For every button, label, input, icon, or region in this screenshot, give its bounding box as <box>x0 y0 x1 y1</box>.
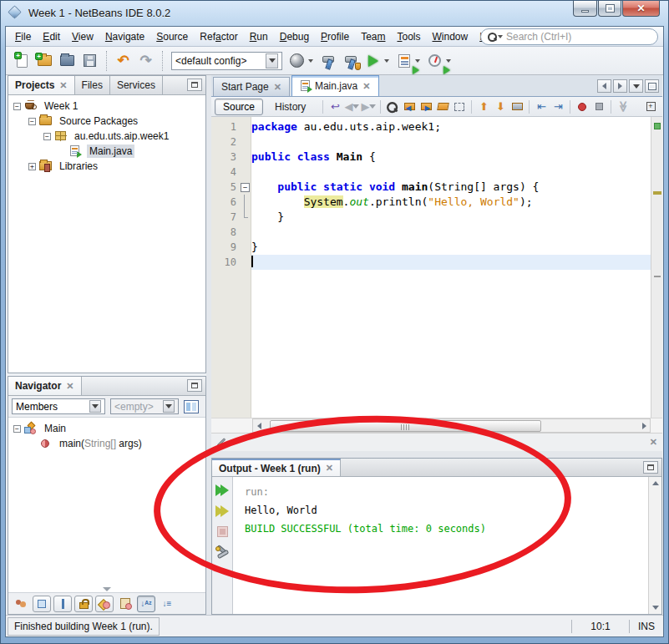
menu-item-debug[interactable]: Debug <box>274 28 315 45</box>
columns-view-button[interactable] <box>184 400 199 413</box>
menu-item-edit[interactable]: Edit <box>37 28 66 45</box>
profile-project-button[interactable] <box>423 49 446 72</box>
redo-button[interactable]: ↷ <box>134 49 157 72</box>
collapse-handle-icon[interactable] <box>103 587 111 591</box>
code-line-5[interactable]: 5 public static void main(String[] args)… <box>211 180 651 195</box>
show-inherited-members-button[interactable] <box>12 596 30 612</box>
debug-dropdown-icon[interactable] <box>415 59 420 63</box>
output-console[interactable]: run:Hello, WorldBUILD SUCCESSFUL (total … <box>233 477 648 614</box>
tab-navigator[interactable]: Navigator ✕ <box>8 377 82 395</box>
scroll-tabs-right-button[interactable] <box>613 79 627 93</box>
code-line-7[interactable]: 7 } <box>211 210 651 225</box>
code-line-2[interactable]: 2 <box>211 134 651 150</box>
scroll-up-button[interactable] <box>651 479 660 488</box>
code-line-10[interactable]: 10 <box>211 255 651 270</box>
members-dropdown-button[interactable] <box>89 400 101 413</box>
search-box[interactable] <box>480 28 658 45</box>
sort-alphabetically-button[interactable]: ↓ᴬᶻ <box>137 596 155 612</box>
stop-build-button[interactable] <box>214 523 231 540</box>
code-line-4[interactable]: 4 <box>211 165 651 180</box>
tab-projects[interactable]: Projects ✕ <box>8 76 75 94</box>
tab-close-icon[interactable]: ✕ <box>66 381 73 392</box>
search-dropdown-icon[interactable] <box>498 35 503 38</box>
rectangular-selection-button[interactable] <box>451 99 468 115</box>
new-file-button[interactable]: + <box>11 49 33 72</box>
back-button[interactable]: ◀ <box>343 99 360 115</box>
collapse-icon[interactable]: − <box>13 103 21 110</box>
code-line-3[interactable]: 3public class Main { <box>211 150 651 165</box>
menu-item-profile[interactable]: Profile <box>315 28 355 45</box>
horizontal-scrollbar[interactable] <box>211 418 662 433</box>
tab-close-icon[interactable]: ✕ <box>59 80 67 91</box>
show-non-public-button[interactable] <box>74 596 93 612</box>
run-project-button[interactable] <box>362 49 384 72</box>
tab-close-icon[interactable]: ✕ <box>326 463 333 474</box>
code-fold-icon[interactable] <box>240 180 251 195</box>
show-static-members-button[interactable] <box>53 596 72 612</box>
scroll-down-button[interactable] <box>651 603 660 612</box>
sphere-dropdown-icon[interactable] <box>308 59 313 63</box>
forward-button[interactable]: ▶ <box>360 99 377 115</box>
run-dropdown-icon[interactable] <box>384 59 389 63</box>
menu-item-team[interactable]: Team <box>355 28 391 45</box>
projects-minimize-button[interactable] <box>187 79 202 91</box>
editor-overflow-button[interactable]: + <box>642 99 659 115</box>
history-view-button[interactable]: History <box>268 99 312 114</box>
web-sphere-button[interactable] <box>286 49 308 72</box>
shift-right-button[interactable]: ⇥ <box>550 99 566 115</box>
stop-macro-button[interactable] <box>590 99 607 115</box>
menu-item-run[interactable]: Run <box>244 28 274 45</box>
undo-button[interactable]: ↶ <box>112 49 134 72</box>
tab-close-icon[interactable]: ✕ <box>274 82 281 93</box>
menu-item-source[interactable]: Source <box>150 28 194 45</box>
sort-by-source-button[interactable]: ↓≡ <box>158 596 176 612</box>
tree-item-method-main[interactable]: main(String[] args) <box>10 436 205 451</box>
menu-item-refactor[interactable]: Refactor <box>194 28 243 45</box>
tree-item-class-main[interactable]: − Main <box>10 421 205 436</box>
toggle-bookmark-button[interactable] <box>509 99 525 115</box>
last-edit-button[interactable]: ↩ <box>327 99 343 115</box>
tree-item-source-packages[interactable]: − Source Packages <box>10 114 205 129</box>
tab-close-icon[interactable]: ✕ <box>362 81 370 92</box>
scroll-tabs-left-button[interactable] <box>597 79 611 93</box>
ant-settings-button[interactable] <box>214 544 231 561</box>
show-inner-classes-button[interactable] <box>95 596 114 612</box>
scroll-right-button[interactable] <box>638 421 650 431</box>
tree-item-project[interactable]: − Week 1 <box>10 99 205 114</box>
next-occurrence-button[interactable]: ⬇ <box>492 99 509 115</box>
code-line-1[interactable]: 1package au.edu.uts.aip.week1; <box>211 119 651 134</box>
filter-combo[interactable]: <empty> <box>110 398 179 414</box>
expand-chevrons-button[interactable]: ≫ <box>615 99 631 115</box>
clean-build-button[interactable] <box>339 49 362 72</box>
maximize-editor-button[interactable] <box>645 79 659 93</box>
bookmark-filter-button[interactable] <box>116 596 134 612</box>
save-all-button[interactable] <box>79 49 101 72</box>
collapse-icon[interactable]: − <box>43 133 51 140</box>
scrollbar-track[interactable] <box>252 418 651 433</box>
tab-files[interactable]: Files <box>75 76 110 94</box>
rerun-with-params-button[interactable] <box>214 502 231 520</box>
maximize-button[interactable] <box>598 1 621 17</box>
horizontal-splitter[interactable] <box>211 451 662 458</box>
code-line-9[interactable]: 9} <box>211 240 651 255</box>
title-bar[interactable]: Week 1 - NetBeans IDE 8.0.2 ✕ <box>1 1 668 26</box>
collapse-icon[interactable]: − <box>13 425 21 433</box>
search-input[interactable] <box>506 31 651 43</box>
build-project-button[interactable] <box>317 49 339 72</box>
find-button[interactable] <box>384 99 401 115</box>
tree-item-package[interactable]: − au.edu.uts.aip.week1 <box>10 129 205 144</box>
output-minimize-button[interactable] <box>643 461 658 474</box>
navigator-minimize-button[interactable] <box>187 379 202 392</box>
expand-icon[interactable]: + <box>28 163 36 170</box>
configuration-dropdown-button[interactable] <box>266 53 278 68</box>
code-line-8[interactable]: 8 <box>211 225 651 240</box>
tab-start-page[interactable]: Start Page ✕ <box>213 77 290 96</box>
menu-item-file[interactable]: File <box>9 28 37 45</box>
tab-main-java[interactable]: Main.java ✕ <box>291 75 379 96</box>
configuration-combo[interactable]: <default config> <box>171 52 282 70</box>
find-previous-button[interactable]: ◀ <box>401 99 418 115</box>
breadcrumb-close-icon[interactable]: ✕ <box>650 437 657 448</box>
tab-output[interactable]: Output - Week 1 (run) ✕ <box>212 459 341 476</box>
minimize-button[interactable] <box>573 1 597 17</box>
shift-left-button[interactable]: ⇤ <box>533 99 550 115</box>
